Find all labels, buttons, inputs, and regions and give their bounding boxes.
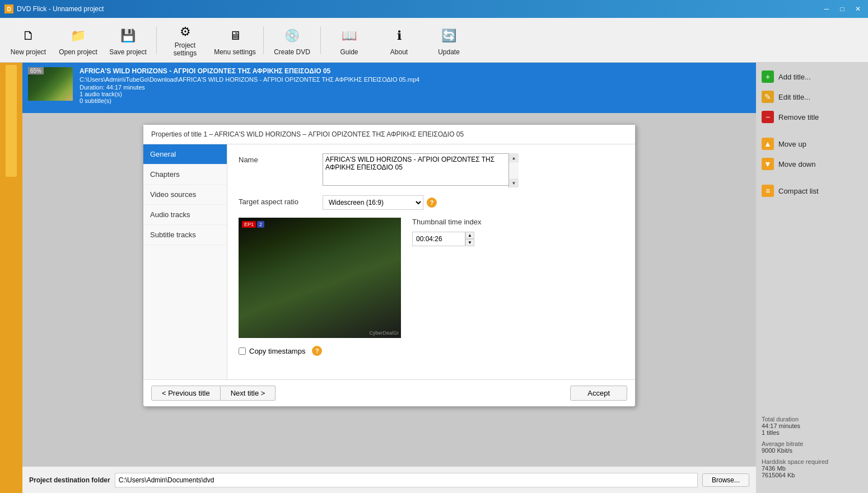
time-spin-down[interactable]: ▼: [465, 239, 474, 246]
move-up-button[interactable]: ▲ Move up: [756, 134, 868, 153]
name-label: Name: [239, 153, 323, 164]
dialog-sidebar: General Chapters Video sources Audio tra…: [143, 144, 227, 379]
guide-icon: 📖: [338, 25, 361, 47]
scrollbar-down-arrow[interactable]: ▼: [509, 179, 519, 187]
scrollbar-track: [509, 162, 519, 179]
previous-title-button[interactable]: < Previous title: [151, 386, 221, 401]
toolbar: 🗋 New project 📁 Open project 💾 Save proj…: [0, 18, 868, 63]
toolbar-update[interactable]: 🔄 Update: [425, 21, 473, 59]
tab-general[interactable]: General: [143, 144, 227, 165]
project-settings-icon: ⚙: [174, 24, 197, 40]
harddisk-kb: 7615064 Kb: [762, 472, 862, 478]
harddisk-label: Harddisk space required: [762, 458, 862, 465]
edit-title-icon: ✎: [762, 91, 774, 103]
toolbar-save-project[interactable]: 💾 Save project: [104, 21, 152, 59]
destination-path-input[interactable]: [115, 473, 698, 487]
title-duration: Duration: 44:17 minutes: [80, 84, 419, 91]
stat-total-duration: Total duration 44:17 minutes 1 titles: [762, 416, 862, 436]
aspect-ratio-select[interactable]: Widescreen (16:9) Fullscreen (4:3) Auto: [323, 195, 423, 210]
edit-title-label: Edit title...: [778, 93, 810, 101]
add-title-button[interactable]: + Add title...: [756, 67, 868, 86]
toolbar-open-project[interactable]: 📁 Open project: [54, 21, 102, 59]
aspect-ratio-help-icon[interactable]: ?: [427, 198, 437, 208]
copy-timestamps-checkbox[interactable]: [239, 348, 246, 355]
compact-list-button[interactable]: ≡ Compact list: [756, 181, 868, 200]
open-project-icon: 📁: [67, 25, 90, 47]
toolbar-new-project[interactable]: 🗋 New project: [4, 21, 52, 59]
aspect-ratio-control: Widescreen (16:9) Fullscreen (4:3) Auto …: [323, 195, 437, 210]
toolbar-create-dvd[interactable]: 💿 Create DVD: [268, 21, 316, 59]
thumbnail-image-preview: [239, 218, 401, 338]
move-down-button[interactable]: ▼ Move down: [756, 154, 868, 173]
thumbnail-time-input-wrap: ▲ ▼: [412, 232, 482, 246]
toolbar-separator-2: [263, 26, 264, 54]
close-button[interactable]: ✕: [852, 3, 864, 15]
avg-bitrate-value: 9000 Kbit/s: [762, 447, 862, 454]
app-icon: D: [4, 4, 13, 13]
thumbnail-time-section: Thumbnail time index ▲ ▼: [412, 218, 482, 338]
toolbar-guide[interactable]: 📖 Guide: [325, 21, 373, 59]
thumbnail-time-input[interactable]: [412, 232, 465, 246]
tab-subtitle-tracks[interactable]: Subtitle tracks: [143, 225, 227, 245]
tab-video-sources[interactable]: Video sources: [143, 185, 227, 205]
compact-list-label: Compact list: [778, 187, 819, 195]
bottom-bar: Project destination folder Browse...: [22, 466, 756, 493]
update-label: Update: [438, 48, 460, 56]
dialog-title: Properties of title 1 – AFRICA'S WILD HO…: [143, 125, 635, 144]
toolbar-project-settings[interactable]: ⚙ Project settings: [161, 21, 209, 59]
minimize-button[interactable]: ─: [821, 3, 832, 15]
save-project-label: Save project: [109, 48, 147, 56]
title-name: AFRICA'S WILD HORIZONS - ΑΓΡΙΟΙ ΟΡΙΖΟΝΤΕ…: [80, 67, 419, 75]
toolbar-separator-1: [156, 26, 157, 54]
title-audio: 1 audio track(s): [80, 91, 419, 97]
edit-title-button[interactable]: ✎ Edit title...: [756, 87, 868, 106]
move-up-icon: ▲: [762, 138, 774, 150]
tab-chapters[interactable]: Chapters: [143, 165, 227, 185]
harddisk-mb: 7436 Mb: [762, 465, 862, 472]
about-icon: ℹ: [388, 25, 410, 47]
name-input-container: AFRICA'S WILD HORIZONS - ΑΓΡΙΟΙ ΟΡΙΖΟΝΤΕ…: [323, 153, 519, 187]
thumbnail-preview: EP1 2 CyberDealGr: [239, 218, 401, 338]
total-duration-value: 44:17 minutes: [762, 422, 862, 429]
time-spinner: ▲ ▼: [465, 232, 474, 246]
remove-title-button[interactable]: − Remove title: [756, 107, 868, 126]
scrollbar-up-arrow[interactable]: ▲: [509, 153, 519, 162]
name-input[interactable]: AFRICA'S WILD HORIZONS - ΑΓΡΙΟΙ ΟΡΙΖΟΝΤΕ…: [323, 153, 519, 186]
title-bar: D DVD Flick - Unnamed project ─ □ ✕: [0, 0, 868, 18]
destination-label: Project destination folder: [29, 476, 110, 484]
toolbar-about[interactable]: ℹ About: [375, 21, 423, 59]
total-titles-value: 1 titles: [762, 429, 862, 436]
accept-button[interactable]: Accept: [570, 386, 627, 401]
create-dvd-label: Create DVD: [274, 48, 310, 56]
total-duration-label: Total duration: [762, 416, 862, 422]
window-controls: ─ □ ✕: [821, 3, 864, 15]
tab-audio-tracks[interactable]: Audio tracks: [143, 205, 227, 225]
next-title-button[interactable]: Next title >: [221, 386, 276, 401]
right-stats: Total duration 44:17 minutes 1 titles Av…: [756, 410, 868, 489]
time-spin-up[interactable]: ▲: [465, 232, 474, 239]
remove-title-label: Remove title: [778, 113, 819, 121]
new-project-label: New project: [11, 48, 46, 56]
toolbar-menu-settings[interactable]: 🖥 Menu settings: [211, 21, 259, 59]
guide-label: Guide: [340, 48, 358, 56]
browse-button[interactable]: Browse...: [702, 473, 749, 487]
watermark: CyberDealGr: [369, 330, 399, 336]
update-icon: 🔄: [438, 25, 460, 47]
save-project-icon: 💾: [117, 25, 139, 47]
remove-title-icon: −: [762, 111, 774, 123]
add-title-label: Add title...: [778, 73, 811, 81]
name-form-row: Name AFRICA'S WILD HORIZONS - ΑΓΡΙΟΙ ΟΡΙ…: [239, 153, 624, 187]
copy-timestamps-help-icon[interactable]: ?: [312, 346, 322, 356]
right-sidebar: + Add title... ✎ Edit title... − Remove …: [756, 63, 868, 493]
about-label: About: [390, 48, 408, 56]
right-separator-2: [756, 175, 868, 180]
menu-settings-label: Menu settings: [214, 48, 256, 56]
move-up-label: Move up: [778, 140, 806, 148]
copy-timestamps-label: Copy timestamps: [249, 347, 305, 355]
maximize-button[interactable]: □: [837, 3, 848, 15]
new-project-icon: 🗋: [17, 25, 40, 47]
dialog-footer: < Previous title Next title > Accept: [143, 379, 635, 406]
dialog-content: Name AFRICA'S WILD HORIZONS - ΑΓΡΙΟΙ ΟΡΙ…: [227, 144, 635, 379]
name-scrollbar: ▲ ▼: [508, 153, 519, 187]
title-entry[interactable]: 65% AFRICA'S WILD HORIZONS - ΑΓΡΙΟΙ ΟΡΙΖ…: [22, 63, 756, 109]
